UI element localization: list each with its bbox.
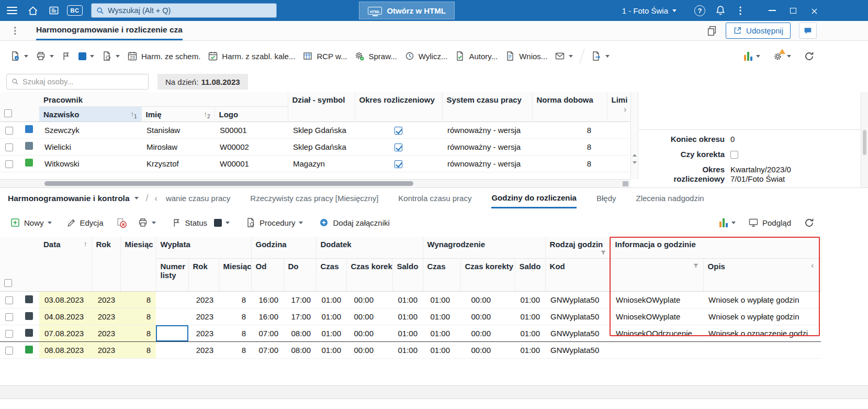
column-header-norma[interactable]: Norma dobowa xyxy=(532,92,607,121)
column-header-rok[interactable]: Rok xyxy=(92,237,120,292)
cell-od[interactable]: 07:00 xyxy=(251,342,284,359)
cell-wyplata-rok[interactable]: 2023 xyxy=(188,342,219,359)
send-button[interactable] xyxy=(551,47,577,65)
cell-dodatek-czas-korek[interactable]: 00:00 xyxy=(346,308,392,325)
table-row[interactable]: Wielicki Mirosław W00002 Sklep Gdańska r… xyxy=(0,138,630,155)
cell-od[interactable]: 07:00 xyxy=(251,325,284,342)
cell-limit[interactable] xyxy=(607,138,630,155)
global-search-box[interactable] xyxy=(91,3,277,18)
cell-rok[interactable]: 2023 xyxy=(92,308,120,325)
row-select-cell[interactable] xyxy=(0,292,20,308)
column-header-wyplata-miesiac[interactable]: Miesiąc xyxy=(219,259,251,292)
status-button[interactable]: Status xyxy=(168,214,234,231)
column-header-wyplata-rok[interactable]: Rok xyxy=(188,259,219,292)
column-header-okres[interactable]: Okres rozliczeniowy xyxy=(355,92,442,121)
cell-nazwisko[interactable]: Wielicki xyxy=(39,138,141,155)
cell-dodatek-czas-korek[interactable]: 00:00 xyxy=(346,292,392,308)
filter-funnel-icon[interactable] xyxy=(600,250,606,256)
chart-view-button[interactable] xyxy=(716,214,739,231)
table-row[interactable]: Szewczyk Stanisław S00001 Sklep Gdańska … xyxy=(0,121,630,138)
checked-checkbox[interactable] xyxy=(394,160,402,168)
tab-kontrola-czasu-pracy[interactable]: Kontrola czasu pracy xyxy=(398,188,471,208)
column-group-informacja[interactable]: Informacja o godzinie xyxy=(611,237,821,259)
czy-korekta-checkbox[interactable] xyxy=(730,151,738,159)
cell-wyplata-rok[interactable]: 2023 xyxy=(188,292,219,308)
column-header-kod[interactable]: Kod xyxy=(545,259,611,292)
cell-data[interactable]: 03.08.2023 xyxy=(39,292,92,308)
cell-okres-checkbox[interactable] xyxy=(355,155,442,172)
column-group-godzina[interactable]: Godzina xyxy=(251,237,316,259)
maximize-button[interactable] xyxy=(790,8,796,14)
column-header-numer-listy[interactable]: Numer listy xyxy=(156,259,188,292)
row-checkbox[interactable] xyxy=(5,143,13,151)
cell-info-kod[interactable]: WniosekOWyplate xyxy=(611,292,703,308)
column-header-dodatek-saldo[interactable]: Saldo xyxy=(392,259,423,292)
cell-system[interactable]: równoważny - wersja xyxy=(442,155,532,172)
cell-imie[interactable]: Krzysztof xyxy=(141,155,215,172)
column-header-opis[interactable]: Opis xyxy=(703,259,821,292)
cell-info-kod[interactable] xyxy=(611,342,703,359)
bottom-horizontal-scrollbar[interactable] xyxy=(0,385,868,399)
preview-button[interactable]: Podgląd xyxy=(745,214,795,231)
status-color-button[interactable] xyxy=(75,49,98,64)
harm-ze-schem-button[interactable]: 23 Harm. ze schem. xyxy=(123,47,204,65)
column-group-rodzaj-godzin[interactable]: Rodzaj godzin xyxy=(545,237,611,259)
cell-norma[interactable]: 8 xyxy=(532,121,607,138)
table-row[interactable]: 03.08.2023 2023 8 2023 8 16:00 17:00 01:… xyxy=(0,292,821,308)
cell-okres-checkbox[interactable] xyxy=(355,138,442,155)
column-header-logo[interactable]: Logo xyxy=(215,107,288,122)
row-select-cell[interactable] xyxy=(0,342,20,359)
refresh-button[interactable] xyxy=(800,214,818,232)
row-select-cell[interactable] xyxy=(0,325,20,342)
cell-wyplata-miesiac[interactable]: 8 xyxy=(219,292,251,308)
cell-opis[interactable]: Wniosek o wypłatę godzin xyxy=(703,308,821,325)
print-button[interactable] xyxy=(32,47,58,65)
row-select-cell[interactable] xyxy=(0,308,20,325)
cell-imie[interactable]: Stanisław xyxy=(141,121,215,138)
cell-data[interactable]: 04.08.2023 xyxy=(39,308,92,325)
column-header-od[interactable]: Od xyxy=(251,259,284,292)
table-row[interactable]: 08.08.2023 2023 8 2023 8 07:00 08:00 01:… xyxy=(0,342,821,359)
employees-vertical-scrollbar[interactable] xyxy=(630,92,638,179)
bc-module-button[interactable]: BC xyxy=(66,2,84,19)
checked-checkbox[interactable] xyxy=(394,143,402,151)
as-of-date-filter[interactable]: Na dzień: 11.08.2023 xyxy=(157,74,248,90)
column-header-nazwisko[interactable]: Nazwisko ↑1 xyxy=(39,107,141,122)
add-attachments-button[interactable]: Dodaj załączniki xyxy=(315,214,393,231)
cell-miesiac[interactable]: 8 xyxy=(120,308,156,325)
cell-dodatek-czas[interactable]: 01:00 xyxy=(316,325,346,342)
select-all-checkbox[interactable] xyxy=(4,279,12,287)
column-header-dodatek-czas[interactable]: Czas xyxy=(316,259,346,292)
cell-do[interactable]: 08:00 xyxy=(284,325,316,342)
cell-miesiac[interactable]: 8 xyxy=(120,342,156,359)
cell-dodatek-saldo[interactable]: 01:00 xyxy=(392,325,423,342)
column-group-wynagrodzenie[interactable]: Wynagrodzenie xyxy=(423,237,545,259)
column-group-dodatek[interactable]: Dodatek xyxy=(316,237,423,259)
copy-view-button[interactable] xyxy=(706,25,717,36)
table-row-selected[interactable]: 07.08.2023 2023 8 2023 8 07:00 08:00 01:… xyxy=(0,325,821,342)
share-button[interactable]: Udostępnij xyxy=(726,23,791,39)
cell-info-kod[interactable]: WniosekOOdrzucenie xyxy=(611,325,703,342)
cell-wynagrodzenie-saldo[interactable]: 01:00 xyxy=(515,325,545,342)
cell-dodatek-czas[interactable]: 01:00 xyxy=(316,308,346,325)
column-header-do[interactable]: Do xyxy=(284,259,316,292)
close-button[interactable] xyxy=(810,6,818,15)
help-button[interactable]: ? xyxy=(694,5,705,16)
home-button[interactable] xyxy=(24,2,42,19)
chevron-up-icon[interactable] xyxy=(633,154,637,157)
cell-wyplata-rok[interactable]: 2023 xyxy=(188,308,219,325)
cell-dodatek-czas-korek[interactable]: 00:00 xyxy=(346,342,392,359)
column-header-wynagrodzenie-saldo[interactable]: Saldo xyxy=(515,259,545,292)
cell-dodatek-saldo[interactable]: 01:00 xyxy=(392,342,423,359)
cell-dzial[interactable]: Sklep Gdańska xyxy=(288,138,355,155)
cell-do[interactable]: 17:00 xyxy=(284,292,316,308)
active-document-tab[interactable]: Harmonogramowanie i rozliczenie cza xyxy=(36,21,183,40)
print-button[interactable] xyxy=(134,214,160,231)
row-checkbox[interactable] xyxy=(5,160,13,168)
notifications-button[interactable] xyxy=(715,5,726,16)
column-header-dodatek-czas-korek[interactable]: Czas korek xyxy=(346,259,392,292)
cell-system[interactable]: równoważny - wersja xyxy=(442,138,532,155)
harm-z-szabl-button[interactable]: Harm. z szabl. kale... xyxy=(204,47,299,65)
news-button[interactable] xyxy=(45,2,63,19)
spraw-button[interactable]: Spraw... xyxy=(351,47,400,65)
